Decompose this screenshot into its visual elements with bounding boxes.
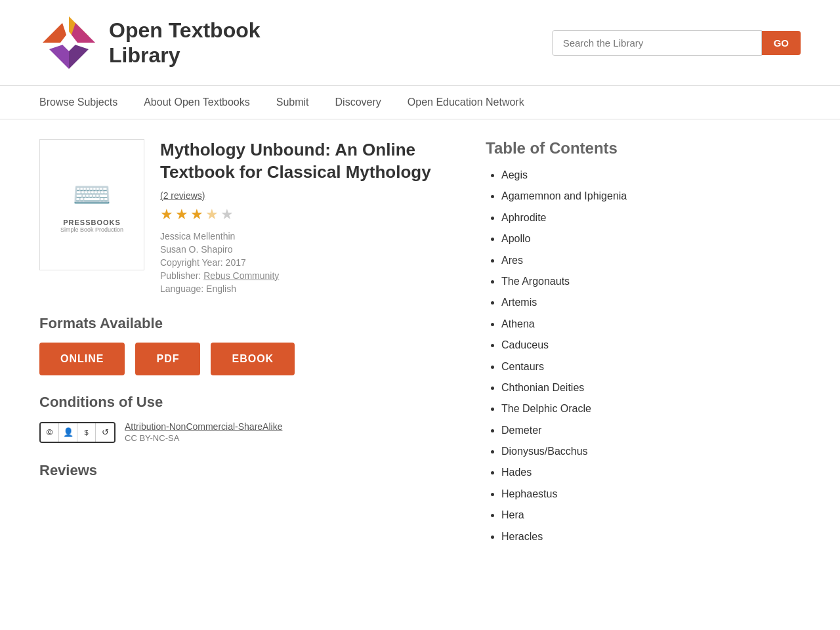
toc-item[interactable]: Aphrodite [501,211,801,225]
toc-item[interactable]: Aegis [501,168,801,182]
author-1: Jessica Mellenthin [160,231,446,242]
toc-item[interactable]: Ares [501,253,801,268]
conditions-section: Conditions of Use © 👤 $ ↺ Attribution-No… [39,394,446,444]
cc-license-link[interactable]: Attribution-NonCommercial-ShareAlike [125,421,282,432]
toc-item[interactable]: Agamemnon and Iphigenia [501,189,801,203]
book-detail: ⌨️ PRESSBOOKS Simple Book Production Myt… [39,139,446,551]
reviews-link[interactable]: (2 reviews) [160,190,446,201]
reviews-section-title: Reviews [39,462,446,479]
typewriter-icon: ⌨️ [72,177,112,213]
search-input[interactable] [552,30,762,56]
publisher-label: Publisher: [160,270,201,281]
reviews-section: Reviews [39,462,446,479]
star-3: ★ [190,206,203,223]
nav-bar: Browse Subjects About Open Textbooks Sub… [0,85,840,119]
toc-item[interactable]: Hades [501,465,801,480]
nav-submit[interactable]: Submit [276,86,309,119]
book-title: Mythology Unbound: An Online Textbook fo… [160,139,446,184]
toc-item[interactable]: The Argonauts [501,274,801,289]
cc-icon-cc: © [41,423,59,442]
cc-icons: © 👤 $ ↺ [39,422,116,443]
cc-label: CC BY-NC-SA [125,433,179,443]
cc-icon-nc: $ [77,423,96,442]
format-pdf-button[interactable]: PDF [135,343,200,375]
language: Language: English [160,284,446,294]
cc-badge: © 👤 $ ↺ Attribution-NonCommercial-ShareA… [39,421,446,444]
toc-item[interactable]: Chthonian Deities [501,381,801,395]
book-info: Mythology Unbound: An Online Textbook fo… [160,139,446,297]
star-rating: ★ ★ ★ ★ ★ [160,206,446,223]
conditions-title: Conditions of Use [39,394,446,411]
toc-item[interactable]: Hera [501,508,801,522]
nav-open-education-network[interactable]: Open Education Network [408,86,524,119]
nav-about-open-textbooks[interactable]: About Open Textbooks [144,86,250,119]
toc-item[interactable]: Heracles [501,530,801,544]
logo-icon [39,13,98,72]
cc-text: Attribution-NonCommercial-ShareAlike CC … [125,421,282,444]
book-header: ⌨️ PRESSBOOKS Simple Book Production Myt… [39,139,446,297]
toc-section: Table of Contents AegisAgamemnon and Iph… [486,139,801,551]
search-button[interactable]: GO [762,31,801,55]
star-4: ★ [205,206,219,223]
logo-area: Open Textbook Library [39,13,261,72]
pressbooks-label: PRESSBOOKS [63,219,121,226]
star-2: ★ [175,206,188,223]
toc-item[interactable]: Demeter [501,423,801,438]
toc-item[interactable]: Apollo [501,232,801,246]
cc-icon-by: 👤 [59,423,77,442]
toc-item[interactable]: Hephaestus [501,487,801,501]
cc-icon-sa: ↺ [96,423,114,442]
logo-title: Open Textbook Library [109,18,261,68]
format-ebook-button[interactable]: EBOOK [211,343,295,375]
nav-discovery[interactable]: Discovery [335,86,381,119]
author-2: Susan O. Shapiro [160,244,446,255]
nav-browse-subjects[interactable]: Browse Subjects [39,86,117,119]
copyright-year: Copyright Year: 2017 [160,257,446,268]
toc-item[interactable]: Artemis [501,295,801,310]
format-online-button[interactable]: ONLINE [39,343,125,375]
header: Open Textbook Library GO [0,0,840,85]
main-content: ⌨️ PRESSBOOKS Simple Book Production Myt… [0,119,840,570]
search-area: GO [552,30,801,56]
toc-item[interactable]: The Delphic Oracle [501,402,801,416]
toc-item[interactable]: Caduceus [501,338,801,352]
pressbooks-sub: Simple Book Production [60,226,123,233]
book-cover: ⌨️ PRESSBOOKS Simple Book Production [39,139,144,270]
star-5: ★ [220,206,234,223]
publisher-link[interactable]: Rebus Community [203,270,279,281]
formats-row: ONLINE PDF EBOOK [39,343,446,375]
formats-title: Formats Available [39,315,446,332]
publisher: Publisher: Rebus Community [160,270,446,281]
toc-item[interactable]: Athena [501,317,801,331]
star-1: ★ [160,206,173,223]
toc-item[interactable]: Dionysus/Bacchus [501,444,801,459]
toc-item[interactable]: Centaurs [501,360,801,374]
toc-title: Table of Contents [486,139,801,158]
toc-list: AegisAgamemnon and IphigeniaAphroditeApo… [486,168,801,544]
